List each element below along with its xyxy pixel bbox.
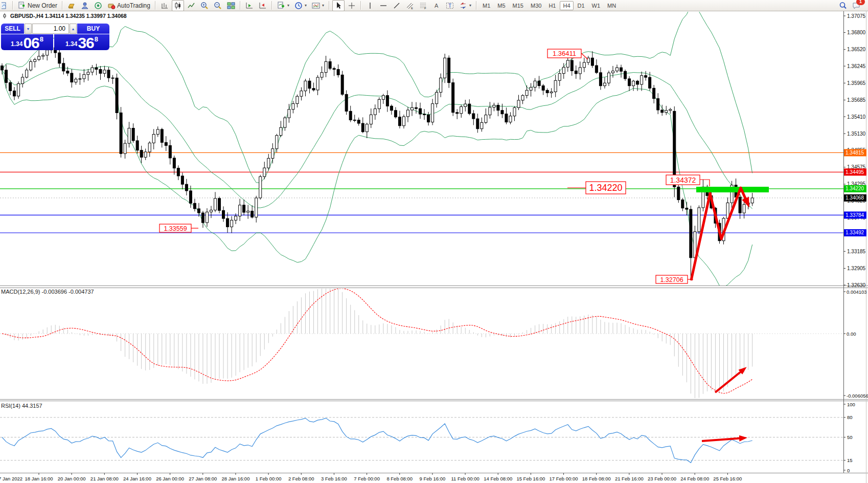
text-tool[interactable]: A [430, 0, 443, 11]
time-label: 21 Jan 08:00 [90, 476, 119, 481]
vertical-line-tool[interactable] [364, 0, 376, 11]
bar-chart-icon [161, 2, 169, 10]
svg-text:F: F [424, 7, 426, 10]
timeframe-m1[interactable]: M1 [479, 1, 493, 10]
channel-icon: E [406, 2, 414, 10]
time-label: 23 Feb 00:00 [648, 476, 676, 481]
chat-button[interactable]: 1 [850, 0, 862, 11]
symbol-candle-icon [3, 13, 8, 18]
chart-shift-button[interactable] [257, 0, 269, 11]
auto-scroll-button[interactable] [243, 0, 256, 11]
indicators-button[interactable]: ▾ [275, 0, 291, 11]
svg-text:0.00: 0.00 [847, 331, 856, 337]
sell-price-display[interactable]: 1.34 06 8 [1, 34, 53, 50]
time-label: 20 Jan 00:00 [58, 476, 86, 481]
candle-chart-mode-button[interactable] [172, 0, 184, 11]
svg-text:1.32905: 1.32905 [847, 266, 866, 271]
svg-text:1.36245: 1.36245 [847, 63, 866, 69]
text-label-tool[interactable]: T [444, 0, 456, 11]
market-watch-button[interactable] [65, 0, 78, 11]
main-toolbar: New Order AutoTrading [0, 0, 868, 11]
time-label: 26 Jan 00:00 [156, 476, 184, 481]
timeframe-m15[interactable]: M15 [510, 1, 527, 10]
tile-windows-button[interactable] [225, 0, 237, 11]
time-label: 17 Feb 00:00 [550, 476, 578, 481]
templates-button[interactable]: ▾ [310, 0, 326, 11]
zoom-in-button[interactable] [198, 0, 211, 11]
cursor-tool-button[interactable] [332, 0, 345, 11]
time-label: 27 Jan 08:00 [189, 476, 217, 481]
fibonacci-tool[interactable]: F [417, 0, 429, 11]
line-chart-mode-button[interactable] [185, 0, 197, 11]
time-label: 21 Feb 16:00 [615, 476, 644, 481]
arrows-icon [459, 2, 467, 10]
chart-shift-icon [259, 2, 267, 10]
trendline-icon [393, 2, 401, 10]
svg-text:1.33492: 1.33492 [846, 230, 864, 235]
zoom-out-button[interactable] [212, 0, 224, 11]
volume-input[interactable] [32, 24, 69, 34]
timeframe-d1[interactable]: D1 [575, 1, 588, 10]
timeframe-m30[interactable]: M30 [528, 1, 544, 10]
fibonacci-icon: F [419, 2, 427, 10]
time-label: 1 Feb 00:00 [256, 476, 282, 481]
buy-price-display[interactable]: 1.34 36 8 [54, 34, 109, 50]
separator [271, 1, 272, 10]
price-callout-label[interactable]: 1.32706 [656, 275, 693, 283]
chart-canvas[interactable]: 1.370751.368001.365201.362451.359651.356… [0, 0, 868, 483]
autotrading-button[interactable]: AutoTrading [105, 0, 152, 11]
time-label: 28 Jan 16:00 [221, 476, 249, 481]
new-order-button[interactable]: New Order [16, 0, 59, 11]
trendline-tool[interactable] [391, 0, 403, 11]
autotrading-label: AutoTrading [117, 2, 150, 9]
svg-text:1.36411: 1.36411 [553, 50, 576, 57]
svg-text:1.32706: 1.32706 [660, 276, 683, 283]
timeframe-h4[interactable]: H4 [560, 1, 573, 10]
volume-increase-button[interactable]: ▲ [70, 24, 77, 34]
timeframe-mn[interactable]: MN [604, 1, 619, 10]
volume-decrease-button[interactable]: ▼ [25, 24, 32, 34]
timeframe-w1[interactable]: W1 [589, 1, 604, 10]
bar-chart-mode-button[interactable] [158, 0, 171, 11]
buy-button[interactable]: BUY [77, 24, 109, 34]
buy-price-prefix: 1.34 [65, 40, 77, 48]
svg-text:50: 50 [847, 434, 853, 440]
one-click-trade-panel: SELL ▼ ▲ BUY 1.34 06 8 1.34 36 8 [1, 24, 109, 50]
time-label: 18 Feb 08:00 [582, 476, 611, 481]
svg-text:1.34068: 1.34068 [846, 195, 864, 201]
svg-text:1.32630: 1.32630 [847, 282, 866, 288]
time-label: 24 Feb 08:00 [680, 476, 709, 481]
search-button[interactable] [837, 0, 849, 11]
svg-text:1.34372: 1.34372 [670, 176, 696, 184]
vertical-line-icon [366, 2, 374, 10]
sell-button[interactable]: SELL [1, 24, 24, 34]
svg-text:1.36520: 1.36520 [847, 47, 866, 52]
equidistant-channel-tool[interactable]: E [404, 0, 416, 11]
svg-text:1.33559: 1.33559 [164, 225, 187, 232]
svg-text:15: 15 [847, 457, 853, 463]
symbol-ohlc-text: GBPUSD-,H4 1.34114 1.34235 1.33997 1.340… [10, 13, 127, 19]
svg-text:1.37075: 1.37075 [847, 13, 866, 19]
periods-button[interactable]: ▾ [292, 0, 309, 11]
timeframe-m5[interactable]: M5 [494, 1, 508, 10]
crosshair-tool-button[interactable] [346, 0, 358, 11]
macd-label: MACD(12,26,9) -0.003696 -0.004737 [1, 289, 94, 295]
dropdown-caret: ▾ [322, 3, 324, 8]
horizontal-line-tool[interactable] [377, 0, 390, 11]
signals-button[interactable] [92, 0, 104, 11]
svg-text:E: E [411, 7, 413, 10]
separator [476, 1, 477, 10]
text-label-icon: T [446, 2, 454, 10]
svg-text:80: 80 [847, 414, 853, 420]
time-label: 2 Feb 08:00 [288, 476, 314, 481]
time-label: 3 Feb 16:00 [321, 476, 347, 481]
svg-text:1.33784: 1.33784 [846, 212, 864, 218]
metaeditor-button[interactable] [79, 0, 91, 11]
timeframe-h1[interactable]: H1 [545, 1, 559, 10]
arrows-tool[interactable]: ▾ [457, 0, 473, 11]
svg-text:1.35965: 1.35965 [847, 80, 866, 86]
tile-windows-icon [227, 2, 235, 10]
line-chart-icon [187, 2, 195, 10]
crosshair-icon [348, 2, 356, 10]
buy-price-pip: 8 [95, 35, 98, 43]
